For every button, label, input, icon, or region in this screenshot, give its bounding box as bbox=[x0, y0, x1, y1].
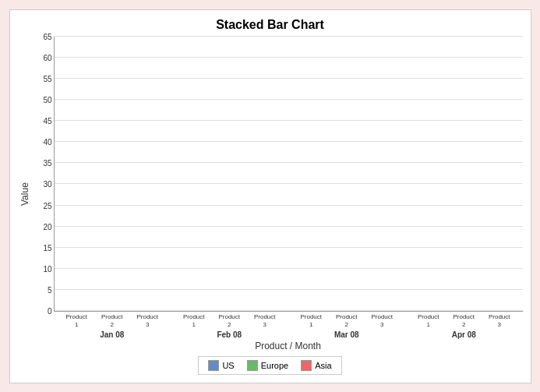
product-label: Product2 bbox=[330, 312, 364, 328]
month-label-group-1: Product1Product2Product3Feb 08 bbox=[171, 312, 288, 338]
y-tick-label: 40 bbox=[33, 138, 52, 147]
month-name-1: Feb 08 bbox=[217, 330, 242, 339]
product-label: Product1 bbox=[295, 312, 329, 328]
chart-container: Stacked Bar Chart Value 0510152025303540… bbox=[9, 9, 531, 383]
y-tick-label: 65 bbox=[33, 32, 52, 41]
month-label-group-2: Product1Product2Product3Mar 08 bbox=[288, 312, 406, 338]
y-tick-label: 60 bbox=[33, 53, 52, 62]
product-label: Product1 bbox=[177, 312, 211, 328]
product-label: Product3 bbox=[131, 312, 165, 328]
product-label: Product3 bbox=[365, 312, 400, 328]
legend: USEuropeAsia bbox=[198, 356, 341, 375]
legend-color-us bbox=[208, 360, 219, 371]
y-tick-label: 30 bbox=[33, 180, 52, 189]
y-tick-label: 35 bbox=[33, 159, 52, 168]
x-axis-area: Product1Product2Product3Jan 08Product1Pr… bbox=[54, 312, 523, 338]
plot-area: 05101520253035404550556065 bbox=[54, 37, 523, 313]
month-label-group-3: Product1Product2Product3Apr 08 bbox=[405, 312, 523, 338]
y-tick-label: 50 bbox=[33, 95, 52, 104]
x-axis-title: Product / Month bbox=[54, 341, 523, 351]
y-tick-label: 0 bbox=[33, 307, 52, 316]
y-tick-label: 10 bbox=[33, 265, 52, 274]
month-name-0: Jan 08 bbox=[100, 330, 124, 339]
product-label: Product3 bbox=[248, 312, 282, 328]
legend-label-asia: Asia bbox=[315, 361, 331, 370]
product-label: Product2 bbox=[95, 312, 129, 328]
legend-label-europe: Europe bbox=[261, 361, 288, 370]
y-tick-label: 15 bbox=[33, 243, 52, 252]
month-name-3: Apr 08 bbox=[452, 330, 476, 339]
chart-title: Stacked Bar Chart bbox=[216, 18, 324, 32]
legend-label-us: US bbox=[222, 361, 234, 370]
product-label: Product1 bbox=[411, 312, 446, 328]
y-tick-label: 25 bbox=[33, 201, 52, 210]
legend-item-europe: Europe bbox=[247, 360, 288, 371]
y-tick-label: 45 bbox=[33, 117, 52, 125]
product-label: Product1 bbox=[60, 312, 94, 328]
y-tick-label: 20 bbox=[33, 222, 52, 231]
y-tick-label: 55 bbox=[33, 74, 52, 83]
chart-body: Value 05101520253035404550556065 Product… bbox=[18, 37, 523, 351]
product-label: Product2 bbox=[213, 312, 247, 328]
month-name-2: Mar 08 bbox=[334, 330, 359, 339]
y-tick-label: 5 bbox=[33, 286, 52, 295]
product-label: Product3 bbox=[482, 312, 517, 328]
y-axis-label: Value bbox=[18, 37, 32, 351]
legend-item-asia: Asia bbox=[301, 360, 331, 371]
bars-wrapper bbox=[55, 37, 523, 312]
legend-item-us: US bbox=[208, 360, 234, 371]
legend-color-europe bbox=[247, 360, 258, 371]
product-label: Product2 bbox=[447, 312, 482, 328]
legend-color-asia bbox=[301, 360, 312, 371]
month-label-group-0: Product1Product2Product3Jan 08 bbox=[54, 312, 171, 338]
